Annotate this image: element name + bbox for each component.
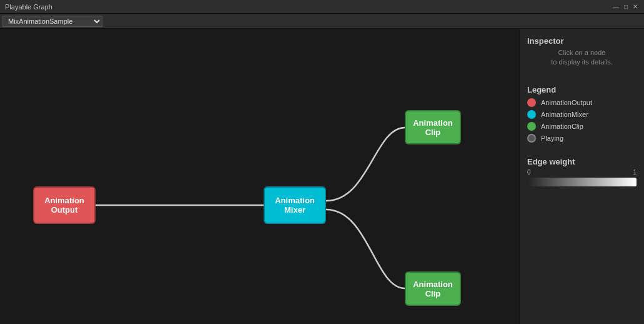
legend-label-clip: AnimationClip	[541, 123, 583, 130]
legend-dot-clip	[527, 122, 536, 131]
minimize-button[interactable]: —	[612, 3, 620, 10]
legend-label-output: AnimationOutput	[541, 99, 592, 106]
node-animation-mixer[interactable]: Animation Mixer	[264, 186, 326, 224]
graph-canvas: Animation Output Animation Mixer Animati…	[0, 29, 519, 324]
inspector-hint: Click on a node to display its details.	[527, 48, 637, 68]
legend-title: Legend	[527, 85, 637, 94]
legend-item-playing: Playing	[527, 134, 637, 143]
legend-dot-mixer	[527, 110, 536, 119]
legend-dot-playing	[527, 134, 536, 143]
node-animation-clip-top[interactable]: Animation Clip	[405, 110, 461, 144]
window-title: Playable Graph	[5, 3, 52, 11]
close-button[interactable]: ✕	[632, 3, 639, 10]
legend-section: Legend AnimationOutput AnimationMixer An…	[527, 80, 637, 146]
legend-label-playing: Playing	[541, 134, 563, 142]
edge-weight-title: Edge weight	[527, 157, 637, 166]
legend-item-output: AnimationOutput	[527, 98, 637, 107]
edge-weight-max: 1	[633, 169, 637, 176]
node-animation-clip-bottom[interactable]: Animation Clip	[405, 271, 461, 306]
maximize-button[interactable]: □	[623, 3, 629, 10]
legend-label-mixer: AnimationMixer	[541, 111, 588, 118]
edge-weight-bar	[527, 178, 637, 186]
right-panel: Inspector Click on a node to display its…	[519, 29, 644, 324]
legend-item-mixer: AnimationMixer	[527, 110, 637, 119]
edge-weight-min: 0	[527, 169, 531, 176]
title-bar: Playable Graph — □ ✕	[0, 0, 644, 14]
node-animation-output[interactable]: Animation Output	[33, 186, 96, 224]
toolbar: MixAnimationSample	[0, 14, 644, 29]
main-area: Animation Output Animation Mixer Animati…	[0, 29, 644, 324]
edge-weight-range: 0 1	[527, 169, 637, 176]
inspector-title: Inspector	[527, 36, 637, 46]
legend-item-clip: AnimationClip	[527, 122, 637, 131]
inspector-section: Inspector Click on a node to display its…	[527, 36, 637, 75]
window-controls: — □ ✕	[612, 3, 639, 10]
edge-weight-section: Edge weight 0 1	[527, 157, 637, 186]
graph-selector[interactable]: MixAnimationSample	[2, 16, 102, 27]
legend-dot-output	[527, 98, 536, 107]
